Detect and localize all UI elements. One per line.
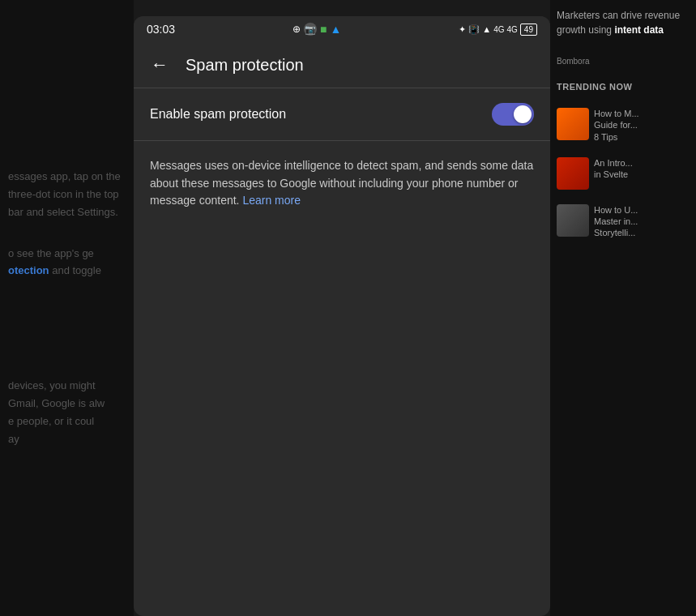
battery-icon: 49 bbox=[520, 24, 537, 35]
learn-more-link[interactable]: Learn more bbox=[242, 194, 301, 207]
spam-protection-toggle[interactable] bbox=[492, 103, 534, 126]
trending-text-1: How to M...Guide for...8 Tips bbox=[594, 108, 639, 143]
notification-icons: ⊕ 📷 ■ ▲ bbox=[292, 23, 341, 36]
bg-right-highlight: intent data bbox=[614, 24, 664, 36]
trending-label: TRENDING NOW bbox=[550, 77, 696, 96]
notif-icon-4: ▲ bbox=[330, 23, 341, 36]
vibrate-icon: 📳 bbox=[468, 24, 480, 35]
bg-text-1: essages app, tap on the three-dot icon i… bbox=[8, 170, 121, 218]
spam-protection-setting[interactable]: Enable spam protection bbox=[134, 88, 550, 140]
trending-item: How to U...Master in...Storytelli... bbox=[550, 201, 696, 242]
status-time: 03:03 bbox=[147, 23, 175, 36]
phone-modal: 03:03 ⊕ 📷 ■ ▲ ✦ 📳 ▲ 4G 4G 49 ← Spam prot… bbox=[134, 16, 550, 616]
bg-highlight: otection bbox=[8, 264, 49, 276]
wifi-icon: ▲ bbox=[482, 24, 491, 34]
trending-item: An Intro...in Svelte bbox=[550, 154, 696, 193]
background-right: Marketers can drive revenue growth using… bbox=[550, 0, 696, 616]
bluetooth-icon: ✦ bbox=[459, 24, 466, 35]
app-bar: ← Spam protection bbox=[134, 42, 550, 88]
trending-text-3: How to U...Master in...Storytelli... bbox=[594, 204, 638, 239]
spam-protection-label: Enable spam protection bbox=[150, 107, 286, 122]
background-left: essages app, tap on the three-dot icon i… bbox=[0, 0, 134, 616]
notif-icon-2: 📷 bbox=[304, 23, 317, 36]
info-description: Messages uses on-device intelligence to … bbox=[150, 157, 534, 210]
trending-thumb-3 bbox=[557, 204, 589, 237]
back-button[interactable]: ← bbox=[147, 52, 173, 78]
signal-icon-1: 4G bbox=[493, 25, 504, 34]
status-icons-right: ✦ 📳 ▲ 4G 4G 49 bbox=[459, 24, 537, 35]
toggle-thumb bbox=[514, 105, 532, 123]
trending-item: How to M...Guide for...8 Tips bbox=[550, 105, 696, 146]
sponsored-badge: Bombora bbox=[550, 53, 696, 69]
info-section: Messages uses on-device intelligence to … bbox=[134, 141, 550, 226]
trending-thumb-1 bbox=[557, 108, 589, 140]
trending-thumb-2 bbox=[557, 157, 589, 190]
trending-text-2: An Intro...in Svelte bbox=[594, 157, 633, 181]
bg-right-header: Marketers can drive revenue growth using… bbox=[550, 0, 696, 45]
page-title: Spam protection bbox=[186, 56, 304, 75]
back-arrow-icon: ← bbox=[151, 54, 169, 75]
bg-text-2: o see the app's ge bbox=[8, 247, 94, 259]
notif-icon-1: ⊕ bbox=[292, 24, 301, 35]
notif-icon-3: ■ bbox=[320, 23, 327, 36]
signal-icon-2: 4G bbox=[507, 25, 518, 34]
status-bar: 03:03 ⊕ 📷 ■ ▲ ✦ 📳 ▲ 4G 4G 49 bbox=[134, 16, 550, 42]
